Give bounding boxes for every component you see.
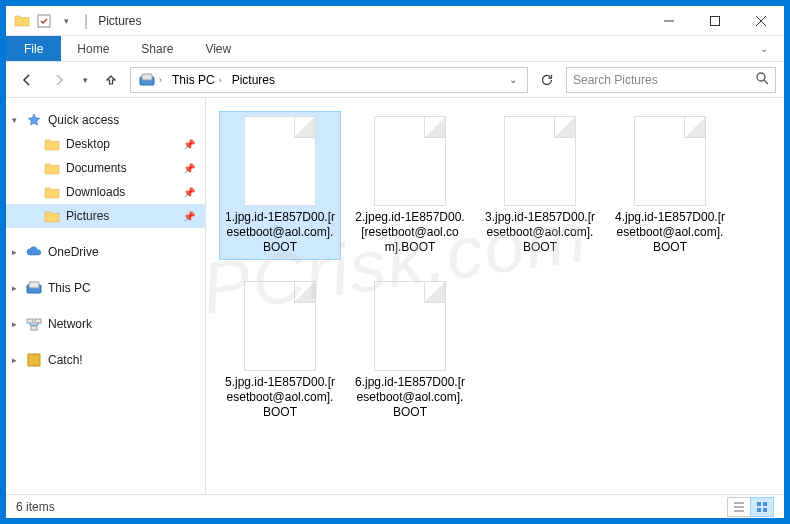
svg-rect-14	[28, 354, 40, 366]
tree-icon	[26, 244, 42, 260]
breadcrumb-label: This PC	[172, 73, 215, 87]
tab-file[interactable]: File	[6, 36, 61, 61]
breadcrumb-root-icon[interactable]: ›	[135, 71, 166, 89]
file-item[interactable]: 1.jpg.id-1E857D00.[resetboot@aol.com].BO…	[220, 112, 340, 259]
chevron-right-icon: ›	[219, 75, 222, 85]
maximize-button[interactable]	[692, 6, 738, 36]
file-name-label: 4.jpg.id-1E857D00.[resetboot@aol.com].BO…	[614, 210, 726, 255]
item-count-label: 6 items	[16, 500, 55, 514]
svg-rect-2	[711, 16, 720, 25]
star-icon	[26, 112, 42, 128]
search-input[interactable]	[573, 73, 755, 87]
sidebar-item-pictures[interactable]: Pictures📌	[6, 204, 205, 228]
window-title: Pictures	[98, 14, 141, 28]
svg-point-7	[757, 73, 765, 81]
tree-label: Desktop	[66, 137, 110, 151]
search-icon[interactable]	[755, 71, 769, 89]
caret-down-icon[interactable]: ▾	[12, 115, 17, 125]
title-bar: ▾ | Pictures	[6, 6, 784, 36]
nav-recent-dropdown[interactable]: ▾	[78, 67, 92, 93]
file-thumbnail	[504, 116, 576, 206]
close-button[interactable]	[738, 6, 784, 36]
tab-view[interactable]: View	[189, 36, 247, 61]
caret-right-icon[interactable]: ▸	[12, 319, 17, 329]
file-name-label: 6.jpg.id-1E857D00.[resetboot@aol.com].BO…	[354, 375, 466, 420]
quick-access-toolbar: ▾ | Pictures	[6, 12, 142, 30]
caret-right-icon[interactable]: ▸	[12, 283, 17, 293]
svg-rect-13	[31, 326, 37, 330]
tree-label: This PC	[48, 281, 91, 295]
tree-icon	[26, 352, 42, 368]
file-thumbnail	[374, 281, 446, 371]
sidebar-item-downloads[interactable]: Downloads📌	[6, 180, 205, 204]
minimize-button[interactable]	[646, 6, 692, 36]
tree-label: OneDrive	[48, 245, 99, 259]
breadcrumb-history-dropdown[interactable]: ⌄	[503, 72, 523, 87]
tree-icon	[26, 280, 42, 296]
tree-label: Quick access	[48, 113, 119, 127]
folder-icon	[44, 208, 60, 224]
pin-icon: 📌	[183, 187, 195, 198]
file-item[interactable]: 2.jpeg.id-1E857D00.[resetboot@aol.com].B…	[350, 112, 470, 259]
tab-share[interactable]: Share	[125, 36, 189, 61]
breadcrumb[interactable]: › This PC › Pictures ⌄	[130, 67, 528, 93]
breadcrumb-this-pc[interactable]: This PC ›	[168, 71, 226, 89]
refresh-button[interactable]	[534, 67, 560, 93]
folder-icon	[14, 13, 30, 29]
qat-dropdown-icon[interactable]: ▾	[58, 13, 74, 29]
breadcrumb-pictures[interactable]: Pictures	[228, 71, 279, 89]
svg-rect-21	[763, 508, 767, 512]
file-name-label: 3.jpg.id-1E857D00.[resetboot@aol.com].BO…	[484, 210, 596, 255]
ribbon-expand-icon[interactable]: ⌄	[744, 36, 784, 61]
status-bar: 6 items	[6, 494, 784, 518]
svg-line-8	[764, 80, 768, 84]
file-thumbnail	[374, 116, 446, 206]
navigation-pane: ▾ Quick access Desktop📌Documents📌Downloa…	[6, 98, 206, 494]
folder-icon	[44, 136, 60, 152]
svg-rect-6	[142, 74, 152, 80]
sidebar-item-catch-[interactable]: ▸Catch!	[6, 348, 205, 372]
file-thumbnail	[634, 116, 706, 206]
caret-right-icon[interactable]: ▸	[12, 247, 17, 257]
svg-rect-20	[757, 508, 761, 512]
sidebar-item-this-pc[interactable]: ▸This PC	[6, 276, 205, 300]
file-item[interactable]: 3.jpg.id-1E857D00.[resetboot@aol.com].BO…	[480, 112, 600, 259]
file-name-label: 1.jpg.id-1E857D00.[resetboot@aol.com].BO…	[224, 210, 336, 255]
file-item[interactable]: 6.jpg.id-1E857D00.[resetboot@aol.com].BO…	[350, 277, 470, 424]
nav-back-button[interactable]	[14, 67, 40, 93]
nav-up-button[interactable]	[98, 67, 124, 93]
svg-rect-10	[29, 282, 39, 288]
file-thumbnail	[244, 116, 316, 206]
tree-label: Catch!	[48, 353, 83, 367]
view-icons-button[interactable]	[750, 497, 774, 517]
breadcrumb-label: Pictures	[232, 73, 275, 87]
tab-home[interactable]: Home	[61, 36, 125, 61]
svg-rect-19	[763, 502, 767, 506]
view-details-button[interactable]	[727, 497, 751, 517]
properties-icon[interactable]	[36, 13, 52, 29]
sidebar-quick-access[interactable]: ▾ Quick access	[6, 108, 205, 132]
nav-forward-button[interactable]	[46, 67, 72, 93]
file-item[interactable]: 5.jpg.id-1E857D00.[resetboot@aol.com].BO…	[220, 277, 340, 424]
sidebar-item-network[interactable]: ▸Network	[6, 312, 205, 336]
search-box[interactable]	[566, 67, 776, 93]
file-item[interactable]: 4.jpg.id-1E857D00.[resetboot@aol.com].BO…	[610, 112, 730, 259]
sidebar-item-desktop[interactable]: Desktop📌	[6, 132, 205, 156]
svg-rect-11	[27, 319, 33, 323]
ribbon-tabs: File Home Share View ⌄	[6, 36, 784, 62]
caret-right-icon[interactable]: ▸	[12, 355, 17, 365]
tree-label: Network	[48, 317, 92, 331]
tree-icon	[26, 316, 42, 332]
sidebar-item-onedrive[interactable]: ▸OneDrive	[6, 240, 205, 264]
chevron-right-icon: ›	[159, 75, 162, 85]
explorer-body: ▾ Quick access Desktop📌Documents📌Downloa…	[6, 98, 784, 494]
file-pane[interactable]: 1.jpg.id-1E857D00.[resetboot@aol.com].BO…	[206, 98, 784, 494]
file-name-label: 5.jpg.id-1E857D00.[resetboot@aol.com].BO…	[224, 375, 336, 420]
sidebar-item-documents[interactable]: Documents📌	[6, 156, 205, 180]
folder-icon	[44, 184, 60, 200]
tree-label: Pictures	[66, 209, 109, 223]
tree-label: Downloads	[66, 185, 125, 199]
svg-rect-18	[757, 502, 761, 506]
explorer-window: PCrisk.com ▾ | Pictures File Home Share …	[5, 5, 785, 519]
file-name-label: 2.jpeg.id-1E857D00.[resetboot@aol.com].B…	[354, 210, 466, 255]
